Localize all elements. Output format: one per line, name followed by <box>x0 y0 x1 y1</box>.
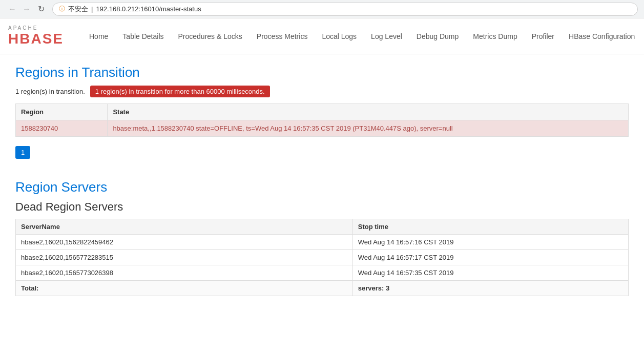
logo-area: APACHE HBASE <box>0 20 82 52</box>
server-name-cell: hbase2,16020,1565772283515 <box>16 250 353 265</box>
nav-links: Home Table Details Procedures & Locks Pr… <box>82 18 642 54</box>
security-label: 不安全 <box>68 5 88 14</box>
nav-profiler[interactable]: Profiler <box>525 18 562 54</box>
regions-table: Region State 1588230740hbase:meta,,1.158… <box>15 103 629 137</box>
server-name-cell: hbase2,16020,1562822459462 <box>16 235 353 250</box>
regions-table-row: 1588230740hbase:meta,,1.1588230740 state… <box>16 120 629 137</box>
reload-button[interactable]: ↻ <box>35 3 47 15</box>
regions-in-transition-section: Regions in Transition 1 region(s) in tra… <box>15 65 629 159</box>
regions-table-body: 1588230740hbase:meta,,1.1588230740 state… <box>16 120 629 137</box>
transition-alert-badge: 1 region(s) in transition for more than … <box>90 86 270 97</box>
col-header-stoptime: Stop time <box>352 219 628 235</box>
col-header-state: State <box>108 104 629 120</box>
navbar: APACHE HBASE Home Table Details Procedur… <box>0 18 644 54</box>
nav-table-details[interactable]: Table Details <box>115 18 171 54</box>
dead-servers-total-row: Total:servers: 3 <box>16 281 629 296</box>
dead-servers-header-row: ServerName Stop time <box>16 219 629 235</box>
nav-log-level[interactable]: Log Level <box>364 18 409 54</box>
nav-hbase-config[interactable]: HBase Configuration <box>562 18 642 54</box>
browser-chrome: ← → ↻ ⓘ 不安全 | 192.168.0.212:16010/master… <box>0 0 644 18</box>
main-content: Regions in Transition 1 region(s) in tra… <box>0 54 644 306</box>
logo-ase: ASE <box>31 31 64 47</box>
dead-servers-table-head: ServerName Stop time <box>16 219 629 235</box>
logo-h: H <box>8 31 19 47</box>
nav-buttons: ← → ↻ <box>6 3 47 15</box>
regions-table-head: Region State <box>16 104 629 120</box>
back-button[interactable]: ← <box>6 3 18 15</box>
nav-procedures-locks[interactable]: Procedures & Locks <box>171 18 250 54</box>
nav-metrics-dump[interactable]: Metrics Dump <box>466 18 524 54</box>
logo-hbase-text: HBASE <box>8 31 74 47</box>
regions-table-header-row: Region State <box>16 104 629 120</box>
logo-base: B <box>19 31 31 47</box>
nav-home[interactable]: Home <box>82 18 115 54</box>
dead-server-row: hbase2,16020,1565773026398Wed Aug 14 16:… <box>16 265 629 281</box>
nav-debug-dump[interactable]: Debug Dump <box>409 18 466 54</box>
dead-server-row: hbase2,16020,1562822459462Wed Aug 14 16:… <box>16 235 629 250</box>
col-header-region: Region <box>16 104 108 120</box>
stop-time-cell: Wed Aug 14 16:57:17 CST 2019 <box>352 250 628 265</box>
state-cell: hbase:meta,,1.1588230740 state=OFFLINE, … <box>108 120 629 137</box>
url-separator: | <box>91 5 93 13</box>
pagination-button-1[interactable]: 1 <box>15 146 30 159</box>
transition-summary: 1 region(s) in transition. 1 region(s) i… <box>15 86 629 97</box>
stop-time-cell: Wed Aug 14 16:57:16 CST 2019 <box>352 235 628 250</box>
dead-servers-body: hbase2,16020,1562822459462Wed Aug 14 16:… <box>16 235 629 296</box>
dead-region-servers-title: Dead Region Servers <box>15 200 629 214</box>
address-bar[interactable]: ⓘ 不安全 | 192.168.0.212:16010/master-statu… <box>52 3 638 16</box>
dead-server-row: hbase2,16020,1565772283515Wed Aug 14 16:… <box>16 250 629 265</box>
total-label: Total: <box>16 281 353 296</box>
nav-local-logs[interactable]: Local Logs <box>315 18 364 54</box>
forward-button[interactable]: → <box>20 3 33 15</box>
dead-servers-table: ServerName Stop time hbase2,16020,156282… <box>15 219 629 296</box>
col-header-servername: ServerName <box>16 219 353 235</box>
stop-time-cell: Wed Aug 14 16:57:35 CST 2019 <box>352 265 628 281</box>
region-cell: 1588230740 <box>16 120 108 137</box>
region-servers-section: Region Servers Dead Region Servers Serve… <box>15 179 629 296</box>
server-name-cell: hbase2,16020,1565773026398 <box>16 265 353 281</box>
nav-process-metrics[interactable]: Process Metrics <box>250 18 315 54</box>
regions-in-transition-title: Regions in Transition <box>15 65 629 80</box>
total-value: servers: 3 <box>352 281 628 296</box>
logo-apache-text: APACHE <box>8 25 74 31</box>
transition-info-text: 1 region(s) in transition. <box>15 88 85 95</box>
url-text: 192.168.0.212:16010/master-status <box>96 5 201 13</box>
region-servers-title: Region Servers <box>15 179 629 195</box>
security-icon: ⓘ <box>59 5 65 13</box>
